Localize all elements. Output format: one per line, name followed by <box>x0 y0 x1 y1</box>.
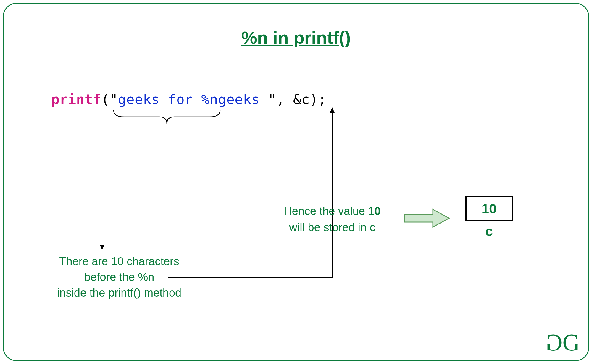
caption-value-stored: Hence the value 10 will be stored in c <box>270 203 394 236</box>
code-open-paren: (" <box>101 91 118 107</box>
variable-value-box: 10 <box>465 196 513 221</box>
big-arrow-right-icon <box>403 208 451 229</box>
logo-g: G <box>562 329 578 355</box>
caption-right-value: 10 <box>368 205 380 217</box>
caption-right-line1a: Hence the value <box>284 205 368 217</box>
diagram-title: %n in printf() <box>4 27 588 48</box>
geeksforgeeks-logo-icon: GG <box>547 331 578 354</box>
code-close-quote: ", <box>268 91 293 107</box>
diagram-frame: %n in printf() printf("geeks for %ngeeks… <box>3 3 589 361</box>
code-snippet: printf("geeks for %ngeeks ", &c); <box>51 91 326 107</box>
code-string-literal: geeks for %ngeeks <box>118 91 268 107</box>
arrow-left-down-icon <box>99 126 167 250</box>
code-semicolon: ); <box>310 91 326 107</box>
caption-right-line2: will be stored in c <box>289 221 375 234</box>
variable-name-label: c <box>465 223 513 239</box>
caption-left-line2: before the %n <box>84 271 154 283</box>
code-keyword: printf <box>51 91 101 107</box>
arrow-right-up-icon <box>168 107 334 279</box>
caption-left-line3: inside the printf() method <box>57 287 181 299</box>
variable-value: 10 <box>481 201 496 217</box>
logo-g-flipped: G <box>547 331 562 354</box>
caption-left-line1: There are 10 characters <box>59 255 179 268</box>
code-argument: &c <box>293 91 310 107</box>
